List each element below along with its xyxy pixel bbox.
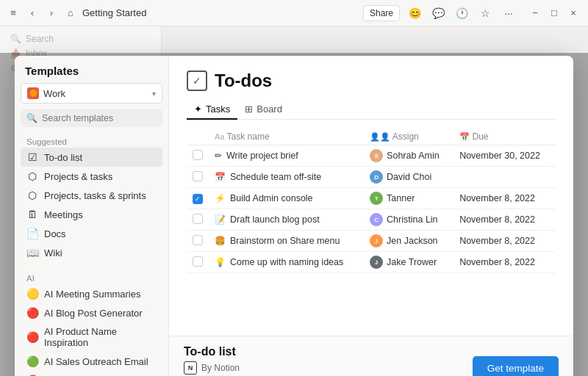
table-row: ✏Write project briefSSohrab AminNovember… (187, 145, 556, 167)
task-name-label: Draft launch blog post (230, 214, 320, 225)
template-item-ai-pitch[interactable]: 🔴 AI Pitch Generator (21, 371, 162, 376)
task-name-label: Come up with naming ideas (230, 257, 343, 267)
avatar: J (370, 234, 383, 247)
back-icon[interactable]: ‹ (25, 6, 40, 21)
task-type-icon: 🍔 (215, 236, 226, 246)
ai-section-label: AI (21, 271, 162, 284)
template-item-ai-blog[interactable]: 🔴 AI Blog Post Generator (21, 303, 162, 322)
template-item-label: Projects, tasks & sprints (44, 190, 146, 201)
emoji-icon[interactable]: 😊 (406, 4, 423, 22)
ai-sales-icon: 🟢 (26, 355, 38, 367)
assignee-name: Tanner (387, 193, 415, 203)
docs-icon: 📄 (26, 228, 38, 239)
modal-title: Templates (21, 65, 162, 83)
templates-modal: Templates 🟠 Work ▾ 🔍 Suggested ☑ To-do l… (15, 56, 573, 376)
row-assign: CChristina Lin (364, 209, 453, 231)
meetings-icon: 🗓 (26, 209, 38, 220)
task-table: Aa Task name 👤👤 Assign 📅 Due (187, 129, 556, 273)
suggested-section-label: Suggested (21, 134, 162, 148)
sidebar-toggle-icon[interactable]: ≡ (6, 6, 21, 21)
template-item-wiki[interactable]: 📖 Wiki (21, 243, 162, 262)
more-icon[interactable]: ··· (500, 4, 517, 22)
checkbox[interactable] (193, 214, 203, 224)
checkbox[interactable]: ✓ (193, 194, 203, 204)
table-row: 📅Schedule team off-siteDDavid Choi (187, 167, 556, 188)
table-row: 🍔Brainstorm on Share menuJJen JacksonNov… (187, 231, 556, 252)
template-item-label: To-do list (44, 152, 82, 163)
col-assign: 👤👤 Assign (364, 129, 453, 145)
minimize-button[interactable]: − (526, 4, 544, 22)
template-item-label: AI Blog Post Generator (44, 308, 143, 319)
assignee-name: Sohrab Amin (387, 151, 440, 161)
template-item-projects-sprints[interactable]: ⬡ Projects, tasks & sprints (21, 186, 162, 205)
workspace-selector[interactable]: 🟠 Work ▾ (21, 83, 162, 104)
bottom-title: To-do list (184, 345, 447, 358)
nav-controls: ≡ ‹ › ⌂ Getting Started (6, 6, 146, 21)
home-icon[interactable]: ⌂ (63, 6, 78, 21)
modal-right-panel: ✓ To-dos ✦ Tasks ⊞ Board (169, 56, 573, 376)
get-template-button[interactable]: Get template (473, 356, 559, 377)
template-item-todo[interactable]: ☑ To-do list (21, 148, 162, 167)
task-name-label: Brainstorm on Share menu (230, 236, 340, 246)
checkbox[interactable] (193, 235, 203, 245)
checkbox[interactable] (193, 150, 203, 160)
window-controls: − □ × (526, 4, 582, 22)
search-box: 🔍 (21, 109, 162, 127)
template-item-ai-product[interactable]: 🔴 AI Product Name Inspiration (21, 322, 162, 352)
col-task-name: Aa Task name (209, 129, 364, 145)
ai-meeting-icon: 🟡 (26, 288, 38, 300)
col-checkbox (187, 129, 209, 145)
row-checkbox-cell[interactable] (187, 145, 209, 167)
task-name-label: Write project brief (226, 151, 298, 161)
share-button[interactable]: Share (363, 5, 400, 21)
ai-product-icon: 🔴 (26, 331, 38, 343)
tasks-tab-label: Tasks (206, 104, 230, 115)
projects-icon: ⬡ (26, 170, 38, 182)
close-button[interactable]: × (564, 4, 582, 22)
row-due: November 8, 2022 (453, 252, 556, 273)
assignee-name: David Choi (387, 172, 431, 182)
row-checkbox-cell[interactable]: ✓ (187, 188, 209, 209)
template-item-docs[interactable]: 📄 Docs (21, 224, 162, 243)
comment-icon[interactable]: 💬 (429, 4, 447, 22)
table-row: 💡Come up with naming ideasJJake TrowerNo… (187, 252, 556, 273)
row-checkbox-cell[interactable] (187, 231, 209, 252)
tab-board[interactable]: ⊞ Board (237, 100, 290, 120)
row-task-name: ⚡Build Admin console (209, 188, 364, 209)
row-due: November 8, 2022 (453, 231, 556, 252)
ai-blog-icon: 🔴 (26, 307, 38, 319)
forward-icon[interactable]: › (44, 6, 59, 21)
view-tabs: ✦ Tasks ⊞ Board (187, 100, 556, 120)
avatar: J (370, 256, 383, 269)
checkbox[interactable] (193, 171, 203, 181)
template-item-label: Wiki (44, 247, 62, 258)
notion-logo: N (184, 361, 197, 375)
template-item-projects[interactable]: ⬡ Projects & tasks (21, 167, 162, 186)
by-notion-label: By Notion (201, 363, 240, 373)
row-assign: DDavid Choi (364, 167, 453, 188)
modal-bottom: To-do list N By Notion Simple task manag… (169, 336, 573, 376)
checkbox[interactable] (193, 256, 203, 267)
maximize-button[interactable]: □ (545, 4, 563, 22)
row-checkbox-cell[interactable] (187, 252, 209, 273)
history-icon[interactable]: 🕐 (453, 4, 470, 22)
row-due: November 8, 2022 (453, 188, 556, 209)
template-item-ai-sales[interactable]: 🟢 AI Sales Outreach Email (21, 352, 162, 371)
template-item-label: AI Sales Outreach Email (44, 356, 148, 367)
star-icon[interactable]: ☆ (476, 4, 494, 22)
avatar: S (370, 149, 383, 162)
template-item-meetings[interactable]: 🗓 Meetings (21, 205, 162, 224)
chevron-down-icon: ▾ (152, 90, 156, 98)
row-checkbox-cell[interactable] (187, 209, 209, 231)
row-checkbox-cell[interactable] (187, 167, 209, 188)
task-name-label: Schedule team off-site (230, 172, 321, 182)
row-task-name: ✏Write project brief (209, 145, 364, 167)
table-row: 📝Draft launch blog postCChristina LinNov… (187, 209, 556, 231)
task-type-icon: 📅 (215, 172, 226, 182)
assignee-name: Jen Jackson (387, 236, 437, 246)
tab-tasks[interactable]: ✦ Tasks (187, 100, 237, 120)
row-assign: JJen Jackson (364, 231, 453, 252)
search-input[interactable] (42, 113, 157, 123)
template-item-ai-meeting[interactable]: 🟡 AI Meeting Summaries (21, 284, 162, 303)
projects-sprints-icon: ⬡ (26, 189, 38, 201)
